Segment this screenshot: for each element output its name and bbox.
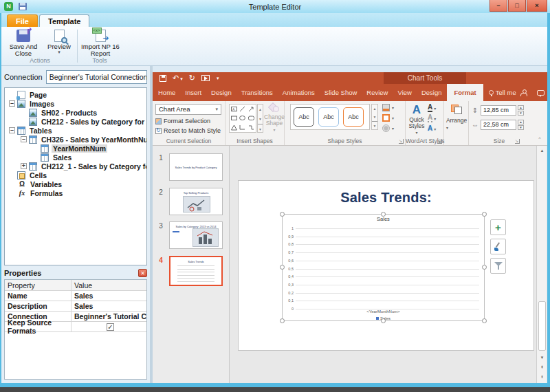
dialog-launcher-icon[interactable]: ↘ — [399, 139, 404, 144]
scroll-up-icon[interactable]: ▲ — [538, 146, 547, 155]
redo-icon[interactable]: ↻ — [189, 73, 195, 83]
width-stepper[interactable]: ▲▼ — [518, 120, 524, 130]
gallery-down-icon[interactable]: ▼ — [258, 114, 263, 124]
ppt-tab-slide-show[interactable]: Slide Show — [320, 84, 362, 101]
ppt-tab-transitions[interactable]: Transitions — [237, 84, 277, 101]
slide-thumbnail-4[interactable]: 4Sales Trends — [153, 256, 230, 286]
tab-template[interactable]: Template — [39, 14, 89, 27]
tree-item-page[interactable]: Page — [5, 90, 146, 99]
slide-thumbnail-canvas[interactable]: Top Selling Products — [169, 188, 223, 215]
slide-scrollbar[interactable]: ▲ ▼ ⇞ ⇟ — [536, 146, 547, 383]
ppt-tab-design[interactable]: Design — [207, 84, 236, 101]
rectangle-shape-icon[interactable] — [230, 113, 239, 122]
selection-handle[interactable] — [381, 212, 386, 217]
restore-button[interactable]: □ — [508, 0, 526, 12]
text-effects-button[interactable]: A▾ — [428, 124, 436, 133]
selection-handle[interactable] — [482, 212, 487, 217]
height-stepper[interactable]: ▲▼ — [518, 105, 524, 116]
chart-styles-button[interactable] — [490, 239, 506, 254]
scrollbar-thumb[interactable] — [538, 301, 546, 351]
ppt-tab-animations[interactable]: Animations — [278, 84, 319, 101]
gallery-more-icon[interactable]: ▼ — [372, 121, 377, 130]
shapes-gallery-scroll[interactable]: ▲ ▼ ▼ — [257, 104, 263, 133]
ppt-tab-format[interactable]: Format — [447, 84, 483, 101]
import-np16-report-button[interactable]: <x>➜ Import NP 16 Report — [81, 30, 120, 58]
ppt-tab-design[interactable]: Design — [417, 84, 446, 101]
expand-icon[interactable]: + — [21, 163, 27, 169]
reset-to-match-style-button[interactable]: Reset to Match Style — [155, 127, 221, 134]
gallery-more-icon[interactable]: ▼ — [258, 124, 263, 134]
gallery-up-icon[interactable]: ▲ — [258, 105, 263, 114]
slide-thumbnail-canvas[interactable]: Sales by Category: 2013 vs 2014 — [169, 221, 223, 249]
preview-dropdown-arrow[interactable]: ▾ — [58, 50, 60, 54]
chart-elements-button[interactable]: + — [490, 219, 506, 235]
property-row-name[interactable]: NameSales — [5, 291, 146, 301]
arrange-button[interactable]: Arrange▾ — [444, 103, 469, 143]
connection-dropdown[interactable]: Beginner's Tutorial Connection - QV ▾ — [46, 70, 147, 84]
text-fill-button[interactable]: A▾ — [428, 103, 436, 113]
keep-source-formats-checkbox[interactable]: ✓ — [107, 323, 114, 331]
slide-thumbnail-canvas[interactable]: Sales Trends — [169, 256, 223, 286]
textbox-shape-icon[interactable]: A — [230, 105, 239, 113]
rounded-rectangle-shape-icon[interactable] — [247, 113, 256, 122]
tab-file[interactable]: File — [7, 14, 38, 27]
selection-handle[interactable] — [280, 212, 285, 217]
undo-icon[interactable]: ↶▾ — [173, 73, 183, 84]
tree-item-yearmonthnum[interactable]: YearMonthNum — [5, 144, 146, 153]
text-outline-button[interactable]: A▾ — [428, 113, 436, 123]
tree-item-ch212-sales-by-category-for-2014-vs-2013[interactable]: CH212 - Sales by Category for 2014 vs 20… — [5, 117, 146, 126]
tree-item-formulas[interactable]: fxFormulas — [5, 188, 146, 197]
tree-item-tables[interactable]: –Tables — [5, 126, 146, 135]
shape-effects-button[interactable]: ▾ — [382, 124, 394, 133]
ppt-tab-view[interactable]: View — [393, 84, 415, 101]
selection-handle[interactable] — [280, 265, 285, 270]
comments-icon[interactable] — [537, 90, 544, 96]
slide-thumbnail-canvas[interactable]: Sales Trends by Product Category — [169, 153, 223, 181]
customize-qat-icon[interactable]: ▾ — [217, 73, 219, 83]
change-shape-button[interactable]: Change Shape ▾ — [265, 104, 283, 138]
shape-styles-scroll[interactable]: ▲ ▼ ▼ — [371, 104, 378, 130]
selection-handle[interactable] — [280, 318, 285, 323]
dialog-launcher-icon[interactable]: ↘ — [515, 139, 520, 144]
shape-style-option[interactable]: Abc — [343, 107, 364, 127]
next-slide-icon[interactable]: ⇟ — [538, 373, 547, 381]
line-shape-icon[interactable] — [239, 105, 248, 113]
collapse-icon[interactable]: – — [9, 100, 15, 107]
tree-item-cells[interactable]: Cells — [5, 171, 146, 179]
oval-shape-icon[interactable] — [239, 113, 248, 122]
chart-placeholder[interactable]: Sales 10,90,80,70,60,50,40,30,20,10 <Yea… — [282, 214, 485, 321]
collapse-icon[interactable]: – — [9, 127, 15, 133]
shape-height-field[interactable]: 12,85 cm — [481, 105, 516, 116]
tree-item-sales[interactable]: Sales — [5, 153, 146, 162]
previous-slide-icon[interactable]: ⇞ — [538, 363, 547, 371]
close-button[interactable]: × — [527, 0, 547, 12]
format-selection-button[interactable]: Format Selection — [155, 118, 210, 124]
triangle-shape-icon[interactable] — [230, 123, 239, 132]
elbow-connector-shape-icon[interactable] — [247, 123, 256, 132]
arrow-shape-icon[interactable] — [247, 105, 256, 113]
selection-handle[interactable] — [482, 318, 487, 323]
property-value[interactable]: Beginner's Tutorial Connectic — [72, 312, 146, 321]
property-value[interactable]: Sales — [72, 291, 146, 301]
slide-thumbnail-2[interactable]: 2Top Selling Products — [153, 188, 230, 215]
freeform-shape-icon[interactable] — [239, 123, 248, 132]
slide-thumbnail-3[interactable]: 3Sales by Category: 2013 vs 2014 — [153, 221, 230, 249]
chart-filters-button[interactable] — [490, 258, 506, 274]
shape-fill-button[interactable]: ▾ — [382, 103, 394, 112]
collapse-ribbon-icon[interactable]: ⌃ — [536, 137, 543, 142]
save-icon[interactable] — [160, 75, 166, 82]
shape-outline-button[interactable]: ▾ — [382, 113, 394, 122]
slide-canvas[interactable]: Sales Trends: Sales 10,90,80,70,60,50,40… — [238, 180, 534, 351]
gallery-down-icon[interactable]: ▼ — [372, 113, 377, 121]
selection-handle[interactable] — [482, 265, 487, 270]
ppt-tab-home[interactable]: Home — [154, 84, 179, 101]
slide-title[interactable]: Sales Trends: — [239, 190, 534, 206]
properties-close-icon[interactable]: ✕ — [138, 269, 147, 277]
ppt-tab-insert[interactable]: Insert — [181, 84, 206, 101]
property-row-keep-source-formats[interactable]: Keep Source Formats✓ — [5, 322, 146, 332]
slide-thumbnail-1[interactable]: 1Sales Trends by Product Category — [153, 153, 230, 181]
dialog-launcher-icon[interactable]: ↘ — [437, 139, 442, 144]
property-value[interactable]: ✓ — [72, 322, 146, 331]
minimize-button[interactable]: – — [490, 0, 507, 12]
shapes-gallery[interactable]: A — [229, 104, 256, 133]
